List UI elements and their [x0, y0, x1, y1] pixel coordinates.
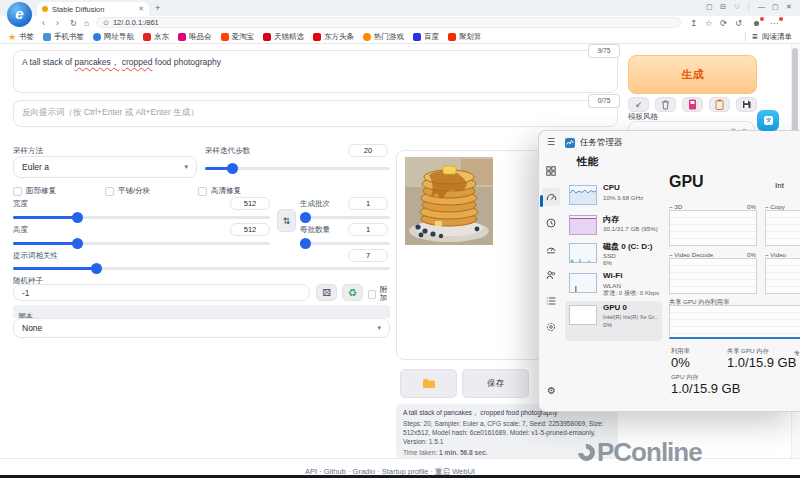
slider-thumb[interactable] — [91, 263, 102, 274]
batch-count-value[interactable]: 1 — [348, 197, 388, 210]
height-value[interactable]: 512 — [230, 223, 270, 236]
browser-sidebar-blue-button[interactable] — [757, 110, 779, 131]
chevron-down-icon: ▾ — [184, 163, 188, 171]
disk-item-title[interactable]: 磁盘 0 (C: D:) — [603, 241, 652, 252]
new-tab-button[interactable]: + — [155, 3, 160, 13]
steps-slider[interactable] — [205, 167, 390, 170]
gpu-item-title[interactable]: GPU 0 — [603, 303, 627, 312]
bookmark-item[interactable]: 网址导航 — [93, 32, 134, 42]
tiling-checkbox[interactable]: 平铺/分块 — [105, 186, 150, 196]
cpu-item-title[interactable]: CPU — [603, 183, 620, 192]
favorite-heart-icon[interactable]: ♡ — [734, 3, 740, 11]
browser-logo-icon[interactable]: e — [7, 2, 32, 27]
bookmark-item[interactable]: 百度 — [413, 32, 439, 42]
bookmark-item[interactable]: 东方头条 — [313, 32, 354, 42]
cfg-slider[interactable] — [13, 267, 390, 270]
reuse-seed-button[interactable]: ♻ — [342, 284, 363, 301]
extra-seed-checkbox[interactable]: 附加 — [368, 286, 388, 303]
batch-size-value[interactable]: 1 — [348, 223, 388, 236]
browser-tab[interactable]: Stable Diffusion ✕ — [37, 2, 149, 16]
juhuasuan-icon — [448, 33, 456, 41]
sync-icon[interactable]: ⟳ — [720, 18, 727, 28]
more-menu-icon[interactable]: ⋯ — [770, 18, 779, 28]
startup-apps-icon[interactable] — [542, 240, 560, 258]
bookmark-item[interactable]: 手机书签 — [43, 32, 84, 42]
bookmark-item[interactable]: 爱淘宝 — [221, 32, 255, 42]
bookmark-item[interactable]: 热门游戏 — [363, 32, 404, 42]
bookmark-item[interactable]: 天猫精选 — [263, 32, 304, 42]
apply-style-button[interactable] — [709, 97, 730, 112]
minimize-button[interactable]: — — [758, 3, 765, 10]
width-slider[interactable] — [13, 216, 270, 219]
bookmark-item[interactable]: 京东 — [143, 32, 169, 42]
bookmark-item[interactable]: 聚划算 — [448, 32, 482, 42]
generated-image[interactable] — [405, 157, 493, 245]
paste-arrow-button[interactable]: ↙ — [628, 97, 649, 112]
url-text[interactable]: 12/.0.0.1:/861 — [113, 18, 159, 27]
toutiao-icon — [313, 33, 321, 41]
chevron-down-icon: ▾ — [377, 324, 381, 332]
settings-gear-icon[interactable]: ⚙ — [547, 385, 556, 396]
checkbox-icon[interactable] — [13, 187, 22, 196]
processes-icon[interactable] — [542, 162, 560, 180]
seed-input[interactable]: -1 — [13, 284, 310, 301]
menu-icon[interactable]: ☰ — [547, 137, 555, 147]
random-seed-button[interactable]: ⚄ — [316, 284, 337, 301]
negative-prompt-textarea[interactable]: 反向提示词（按 Ctrl+Enter 或 Alt+Enter 生成） — [13, 100, 618, 127]
wifi-item-title[interactable]: Wi-Fi — [603, 271, 622, 280]
performance-icon-selected[interactable] — [542, 188, 560, 206]
checkbox-icon[interactable] — [105, 187, 114, 196]
height-slider[interactable] — [13, 242, 270, 245]
bookmark-item[interactable]: 唯品会 — [178, 32, 212, 42]
steps-value[interactable]: 20 — [348, 144, 388, 157]
task-manager-window[interactable]: ☰ 任务管理器 — [538, 130, 800, 412]
address-bar[interactable]: ⊙ 12/.0.0.1:/861 — [96, 17, 681, 28]
memory-item-title[interactable]: 内存 — [603, 214, 619, 225]
maximize-button[interactable]: ▢ — [772, 3, 779, 11]
script-header: 脚本 — [13, 305, 390, 318]
slider-thumb[interactable] — [300, 238, 311, 249]
forward-icon[interactable]: › — [56, 18, 59, 28]
clear-prompt-button[interactable] — [655, 97, 676, 112]
reload-icon[interactable]: ↻ — [70, 18, 77, 28]
split-icon[interactable]: ⊟ — [720, 3, 726, 11]
open-folder-button[interactable] — [400, 369, 457, 398]
tab-close-icon[interactable]: ✕ — [138, 5, 144, 13]
details-icon[interactable] — [542, 292, 560, 310]
scrollbar-thumb[interactable] — [792, 48, 798, 138]
generate-button[interactable]: 生成 — [628, 55, 757, 94]
share-icon[interactable]: ↥ — [690, 18, 697, 28]
reading-list-button[interactable]: │ ≣ 阅读清单 — [743, 32, 792, 42]
slider-thumb[interactable] — [72, 212, 83, 223]
close-button[interactable]: ✕ — [786, 3, 792, 11]
cfg-value[interactable]: 7 — [348, 249, 388, 262]
batch-count-slider[interactable] — [300, 216, 390, 219]
prompt-textarea[interactable]: A tall stack of pancakes， cropped food p… — [13, 50, 618, 93]
save-image-button[interactable]: 保存 — [462, 369, 529, 398]
app-history-icon[interactable] — [542, 214, 560, 232]
checkbox-icon[interactable] — [198, 187, 207, 196]
site-info-icon[interactable]: ⊙ — [103, 19, 109, 27]
users-icon[interactable] — [542, 266, 560, 284]
extra-networks-button[interactable] — [682, 97, 703, 112]
negative-token-counter: 0/75 — [588, 94, 620, 108]
hires-fix-checkbox[interactable]: 高清修复 — [198, 186, 241, 196]
width-value[interactable]: 512 — [230, 197, 270, 210]
slider-thumb[interactable] — [72, 238, 83, 249]
sampling-method-dropdown[interactable]: Euler a ▾ — [13, 156, 197, 178]
save-style-button[interactable] — [736, 97, 757, 112]
services-icon[interactable] — [542, 318, 560, 336]
checkbox-icon[interactable] — [368, 290, 376, 299]
script-dropdown[interactable]: None ▾ — [13, 318, 390, 338]
bookmark-item[interactable]: ★书签 — [8, 32, 34, 42]
slider-thumb[interactable] — [227, 163, 238, 174]
slider-thumb[interactable] — [300, 212, 311, 223]
panel-icon[interactable]: ▢ — [706, 3, 713, 11]
restore-faces-checkbox[interactable]: 面部修复 — [13, 186, 56, 196]
history-icon[interactable]: ↺ — [735, 18, 742, 28]
home-icon[interactable]: ⌂ — [84, 18, 89, 28]
batch-size-slider[interactable] — [300, 242, 390, 245]
bookmark-star-icon[interactable]: ☆ — [705, 18, 713, 28]
swap-dimensions-button[interactable]: ⇅ — [277, 209, 296, 232]
back-icon[interactable]: ‹ — [42, 18, 45, 28]
